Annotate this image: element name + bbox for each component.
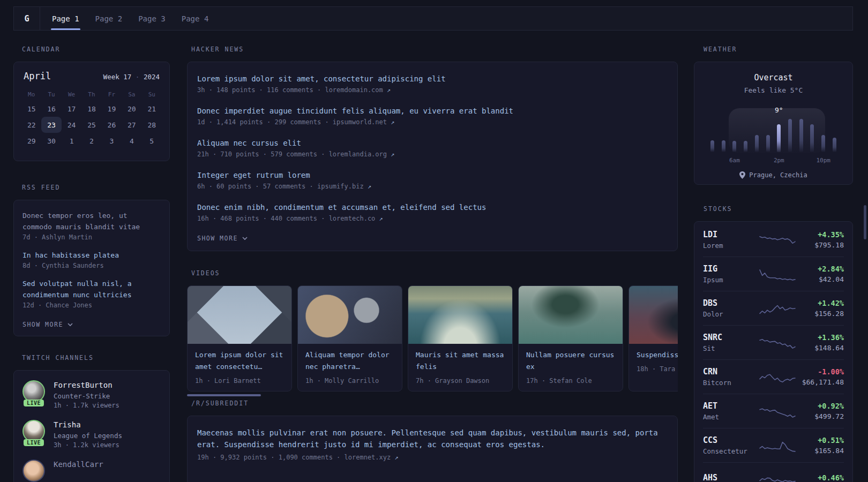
twitch-channel-name[interactable]: Trisha (54, 420, 122, 430)
calendar-day[interactable]: 29 (21, 133, 41, 149)
rss-item-title[interactable]: Donec tempor eros leo, ut commodo mauris… (23, 210, 161, 232)
calendar-day[interactable]: 21 (142, 101, 162, 117)
rss-section-label: RSS FEED (22, 184, 161, 191)
video-card[interactable]: Suspendisse diam 18h · Tara (628, 285, 678, 391)
external-link-icon[interactable]: ↗ (368, 183, 371, 190)
weather-condition: Overcast (702, 73, 845, 82)
calendar-day[interactable]: 17 (62, 101, 81, 117)
rss-item-title[interactable]: In hac habitasse platea (23, 250, 161, 261)
tab-page-2[interactable]: Page 2 (94, 7, 124, 30)
calendar-day[interactable]: 28 (142, 117, 162, 133)
hn-item-title[interactable]: Donec enim nibh, condimentum et accumsan… (197, 202, 668, 212)
calendar-day[interactable]: 23 (41, 117, 61, 133)
stock-symbol: IIG (703, 264, 759, 274)
weather-axis-label: 10pm (816, 157, 830, 164)
stock-row[interactable]: CCSConsectetur +0.51%$165.84 (703, 428, 844, 462)
calendar-day[interactable]: 19 (102, 101, 122, 117)
hn-item-title[interactable]: Integer eget rutrum lorem (197, 170, 668, 180)
stock-row[interactable]: DBSDolor +1.42%$156.28 (703, 291, 844, 325)
twitch-channel-name[interactable]: ForrestBurton (54, 380, 119, 390)
video-meta: 1h · Lori Barnett (188, 373, 291, 385)
calendar-day[interactable]: 5 (142, 133, 162, 149)
app-logo[interactable]: G (14, 7, 40, 30)
calendar-day[interactable]: 27 (122, 117, 141, 133)
weather-bar: 10pm (821, 118, 825, 152)
weekday-label: Th (81, 88, 101, 101)
hn-item-title[interactable]: Lorem ipsum dolor sit amet, consectetur … (197, 74, 668, 84)
calendar-day[interactable]: 24 (62, 117, 81, 133)
calendar-day[interactable]: 3 (102, 133, 122, 149)
calendar-day[interactable]: 18 (81, 101, 101, 117)
hn-show-more-button[interactable]: SHOW MORE (197, 235, 668, 242)
stock-change: +1.42% (796, 299, 844, 307)
tab-page-3[interactable]: Page 3 (137, 7, 167, 30)
external-link-icon[interactable]: ↗ (379, 215, 383, 222)
calendar-card: April Week 17 · 2024 MoTuWeThFrSaSu 1516… (13, 62, 170, 161)
weather-axis-label: 2pm (774, 157, 784, 164)
stock-row[interactable]: IIGIpsum +2.84%$42.04 (703, 257, 844, 291)
video-title[interactable]: Aliquam tempor dolor nec pharetra… (298, 344, 402, 373)
video-title[interactable]: Lorem ipsum dolor sit amet consectetu… (188, 344, 291, 373)
video-card[interactable]: Lorem ipsum dolor sit amet consectetu… 1… (187, 285, 292, 391)
rss-item-title[interactable]: Sed volutpat nulla nisl, a condimentum n… (23, 278, 161, 300)
weather-bar-fill (722, 140, 725, 152)
calendar-day[interactable]: 1 (62, 133, 81, 149)
external-link-icon[interactable]: ↗ (394, 454, 398, 461)
twitch-channel-row[interactable]: LIVE Trisha League of Legends 3h · 1.2k … (23, 420, 161, 449)
tab-page-4[interactable]: Page 4 (181, 7, 210, 30)
calendar-day[interactable]: 4 (122, 133, 141, 149)
stock-row[interactable]: LDILorem +4.35%$795.18 (703, 223, 844, 257)
stock-row[interactable]: AETAmet +0.92%$499.72 (703, 394, 844, 428)
stock-name: Bitcorn (703, 379, 759, 387)
tab-page-1[interactable]: Page 1 (51, 7, 80, 30)
weather-card: Overcast Feels like 5°C 6am9°2pm10pm Pra… (694, 62, 853, 185)
subreddit-post-title[interactable]: Maecenas mollis pulvinar erat non posuer… (197, 427, 668, 450)
rss-item-meta: 8d · Cynthia Saunders (23, 262, 161, 269)
subreddit-section-label: /R/SUBREDDIT (191, 400, 669, 407)
calendar-day[interactable]: 25 (81, 117, 101, 133)
video-card[interactable]: Mauris sit amet massa felis 7h · Grayson… (408, 285, 513, 391)
calendar-day[interactable]: 2 (81, 133, 101, 149)
video-title[interactable]: Mauris sit amet massa felis (408, 344, 512, 373)
hn-item: Lorem ipsum dolor sit amet, consectetur … (197, 74, 668, 94)
video-card[interactable]: Nullam posuere cursus ex 17h · Stefan Co… (518, 285, 623, 391)
stock-price: $165.84 (796, 447, 844, 455)
videos-scrollbar-thumb[interactable] (187, 394, 261, 396)
calendar-day[interactable]: 15 (21, 101, 41, 117)
external-link-icon[interactable]: ↗ (391, 150, 394, 158)
external-link-icon[interactable]: ↗ (387, 86, 391, 94)
video-meta: 7h · Grayson Dawson (408, 373, 512, 385)
video-thumbnail[interactable] (519, 286, 623, 344)
video-card[interactable]: Aliquam tempor dolor nec pharetra… 1h · … (297, 285, 402, 391)
stock-row[interactable]: AHS +0.46% (703, 462, 844, 482)
stock-row[interactable]: SNRCSit +1.36%$148.64 (703, 325, 844, 359)
stocks-card: LDILorem +4.35%$795.18 IIGIpsum +2.84%$4… (694, 221, 853, 482)
page-scrollbar-thumb[interactable] (864, 205, 866, 239)
hn-item: Donec imperdiet augue tincidunt felis al… (197, 106, 668, 126)
twitch-channel-row[interactable]: LIVE ForrestBurton Counter-Strike 1h · 1… (23, 380, 161, 409)
video-title[interactable]: Suspendisse diam (629, 344, 678, 361)
hn-item-title[interactable]: Aliquam nec cursus elit (197, 138, 668, 148)
twitch-channel-meta: 1h · 1.7k viewers (54, 402, 119, 409)
twitch-channel-row[interactable]: KendallCarr (23, 460, 161, 482)
hn-item-meta: 21h · 710 points · 579 comments · loreml… (197, 150, 668, 158)
calendar-day[interactable]: 22 (21, 117, 41, 133)
calendar-day[interactable]: 20 (122, 101, 141, 117)
hn-item-title[interactable]: Donec imperdiet augue tincidunt felis al… (197, 106, 668, 116)
calendar-weekday-row: MoTuWeThFrSaSu (21, 88, 162, 101)
stock-symbol: AHS (703, 473, 759, 482)
video-thumbnail[interactable] (188, 286, 291, 344)
external-link-icon[interactable]: ↗ (391, 118, 394, 126)
rss-item: Sed volutpat nulla nisl, a condimentum n… (23, 278, 161, 309)
rss-show-more-button[interactable]: SHOW MORE (23, 321, 161, 328)
video-thumbnail[interactable] (408, 286, 512, 344)
left-column: CALENDAR April Week 17 · 2024 MoTuWeThFr… (13, 39, 170, 482)
calendar-day[interactable]: 16 (41, 101, 61, 117)
stock-row[interactable]: CRNBitcorn -1.00%$66,171.48 (703, 359, 844, 394)
calendar-day[interactable]: 30 (41, 133, 61, 149)
video-title[interactable]: Nullam posuere cursus ex (519, 344, 623, 373)
calendar-day[interactable]: 26 (102, 117, 122, 133)
video-thumbnail[interactable] (629, 286, 678, 344)
video-thumbnail[interactable] (298, 286, 402, 344)
twitch-channel-name[interactable]: KendallCarr (54, 460, 103, 469)
